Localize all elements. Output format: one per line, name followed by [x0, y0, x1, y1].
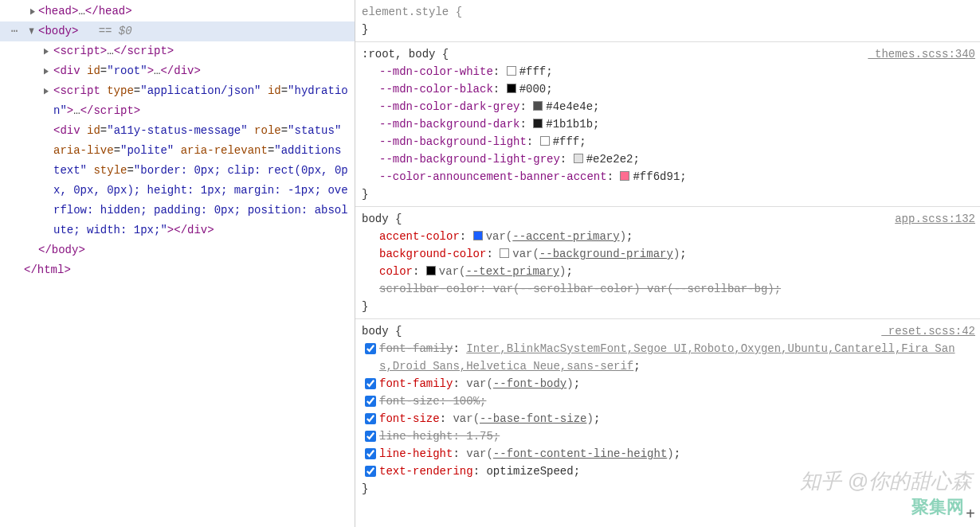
- rule-themes[interactable]: :root, body { _themes.scss:340 --mdn-col…: [355, 42, 980, 207]
- dots-icon: ⋯: [11, 21, 17, 41]
- css-property[interactable]: --mdn-background-light: #fff;: [362, 133, 975, 150]
- brace-close: }: [362, 21, 975, 38]
- property-toggle-checkbox[interactable]: [365, 343, 376, 354]
- tag-open: <head>: [38, 5, 78, 18]
- dom-node-div-root[interactable]: ▶ <div id="root">…</div>: [0, 61, 355, 81]
- rule-app[interactable]: body { app.scss:132 accent-color: var(--…: [355, 207, 980, 319]
- css-property[interactable]: accent-color: var(--accent-primary);: [362, 228, 975, 245]
- rule-reset[interactable]: body { _reset.scss:42 font-family: Inter…: [355, 319, 980, 501]
- css-property[interactable]: line-height: 1.75;: [362, 427, 975, 445]
- css-property[interactable]: background-color: var(--background-prima…: [362, 245, 975, 263]
- brace-close: }: [362, 480, 975, 498]
- css-property[interactable]: --mdn-background-dark: #1b1b1b;: [362, 115, 975, 133]
- css-property[interactable]: text-rendering: optimizeSpeed;: [362, 463, 975, 480]
- dom-node-script[interactable]: ▶ <script>…</script>: [0, 41, 355, 61]
- dom-node-body-selected[interactable]: ⋯ ▶ <body> == $0: [0, 21, 355, 41]
- css-property[interactable]: --mdn-color-dark-grey: #4e4e4e;: [362, 98, 975, 115]
- dom-node-body-close[interactable]: </body>: [0, 240, 355, 260]
- node-text: <div id="a11y-status-message" role="stat…: [53, 124, 348, 236]
- property-toggle-checkbox[interactable]: [365, 466, 376, 477]
- selector[interactable]: :root, body {: [362, 45, 449, 63]
- css-property[interactable]: font-size: 100%;: [362, 392, 975, 410]
- node-text: <script type="application/json" id="hydr…: [53, 84, 348, 117]
- styles-panel[interactable]: element.style { } :root, body { _themes.…: [355, 0, 980, 527]
- css-property[interactable]: line-height: var(--font-content-line-hei…: [362, 445, 975, 463]
- dom-node-script-json[interactable]: ▶ <script type="application/json" id="hy…: [0, 81, 355, 121]
- rule-element-style[interactable]: element.style { }: [355, 0, 980, 42]
- selector[interactable]: body {: [362, 210, 402, 228]
- css-property[interactable]: font-family: var(--font-body);: [362, 375, 975, 392]
- property-toggle-checkbox[interactable]: [365, 378, 376, 389]
- source-link[interactable]: _reset.scss:42: [881, 322, 975, 340]
- source-link[interactable]: _themes.scss:340: [868, 45, 975, 63]
- css-property[interactable]: --mdn-color-white: #fff;: [362, 63, 975, 80]
- selected-hint: == $0: [85, 25, 132, 37]
- css-property[interactable]: --mdn-color-black: #000;: [362, 80, 975, 98]
- expand-arrow-icon[interactable]: ▶: [44, 78, 49, 104]
- dom-node-div-a11y[interactable]: <div id="a11y-status-message" role="stat…: [0, 121, 355, 240]
- brace-close: }: [362, 185, 975, 203]
- dom-tree-panel[interactable]: ▶ <head>…</head> ⋯ ▶ <body> == $0 ▶ <scr…: [0, 0, 355, 527]
- node-text: <div id="root">…</div>: [53, 64, 201, 77]
- css-property[interactable]: --mdn-background-light-grey: #e2e2e2;: [362, 150, 975, 168]
- selector[interactable]: element.style {: [362, 3, 462, 21]
- property-toggle-checkbox[interactable]: [365, 413, 376, 424]
- css-property[interactable]: font-size: var(--base-font-size);: [362, 410, 975, 427]
- property-toggle-checkbox[interactable]: [365, 431, 376, 442]
- selector[interactable]: body {: [362, 322, 402, 340]
- property-toggle-checkbox[interactable]: [365, 448, 376, 459]
- add-rule-button[interactable]: +: [966, 506, 975, 524]
- css-property[interactable]: font-family: Inter,BlinkMacSystemFont,Se…: [362, 340, 975, 375]
- property-toggle-checkbox[interactable]: [365, 396, 376, 407]
- tag-body: <body>: [38, 25, 78, 37]
- brace-close: }: [362, 298, 975, 315]
- css-property-scrollbar[interactable]: scrollbar-color: var(--scrollbar-color) …: [362, 280, 975, 298]
- expand-arrow-expanded-icon[interactable]: ▶: [22, 29, 41, 35]
- css-property[interactable]: --color-announcement-banner-accent: #ff6…: [362, 168, 975, 185]
- dom-node-html-close[interactable]: </html>: [0, 260, 355, 280]
- dom-node-head[interactable]: ▶ <head>…</head>: [0, 2, 355, 21]
- source-link[interactable]: app.scss:132: [895, 210, 975, 228]
- css-property[interactable]: color: var(--text-primary);: [362, 263, 975, 280]
